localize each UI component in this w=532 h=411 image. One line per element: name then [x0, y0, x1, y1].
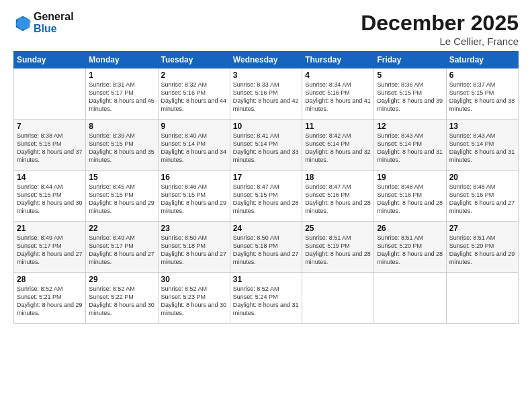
day-info: Sunrise: 8:47 AMSunset: 5:15 PMDaylight:…: [233, 183, 299, 216]
day-info: Sunrise: 8:51 AMSunset: 5:20 PMDaylight:…: [377, 234, 443, 267]
day-info: Sunrise: 8:34 AMSunset: 5:16 PMDaylight:…: [305, 81, 371, 113]
calendar-week-row: 21Sunrise: 8:49 AMSunset: 5:17 PMDayligh…: [14, 222, 519, 273]
day-number: 24: [233, 224, 299, 233]
day-number: 19: [377, 173, 443, 182]
weekday-header-cell: Sunday: [14, 52, 86, 68]
month-title: December 2025: [361, 11, 519, 36]
day-info: Sunrise: 8:38 AMSunset: 5:15 PMDaylight:…: [17, 132, 83, 165]
day-info: Sunrise: 8:43 AMSunset: 5:14 PMDaylight:…: [377, 132, 443, 165]
calendar-week-row: 14Sunrise: 8:44 AMSunset: 5:15 PMDayligh…: [14, 171, 519, 222]
calendar-day-cell: 30Sunrise: 8:52 AMSunset: 5:23 PMDayligh…: [158, 273, 230, 324]
calendar-day-cell: 27Sunrise: 8:51 AMSunset: 5:20 PMDayligh…: [446, 222, 518, 273]
calendar-day-cell: [446, 273, 518, 324]
day-number: 12: [377, 122, 443, 131]
location: Le Cellier, France: [361, 36, 519, 47]
day-info: Sunrise: 8:42 AMSunset: 5:14 PMDaylight:…: [305, 132, 371, 165]
day-info: Sunrise: 8:52 AMSunset: 5:23 PMDaylight:…: [161, 285, 227, 318]
day-number: 2: [161, 71, 227, 80]
day-number: 31: [233, 275, 299, 284]
day-number: 9: [161, 122, 227, 131]
calendar-day-cell: 21Sunrise: 8:49 AMSunset: 5:17 PMDayligh…: [14, 222, 86, 273]
day-info: Sunrise: 8:52 AMSunset: 5:22 PMDaylight:…: [89, 285, 154, 318]
calendar-day-cell: 24Sunrise: 8:50 AMSunset: 5:18 PMDayligh…: [230, 222, 302, 273]
day-info: Sunrise: 8:33 AMSunset: 5:16 PMDaylight:…: [233, 81, 299, 113]
calendar-day-cell: [302, 273, 374, 324]
calendar-day-cell: 8Sunrise: 8:39 AMSunset: 5:15 PMDaylight…: [86, 120, 158, 171]
calendar-day-cell: 2Sunrise: 8:32 AMSunset: 5:16 PMDaylight…: [158, 68, 230, 120]
weekday-header-cell: Tuesday: [158, 52, 230, 68]
calendar-day-cell: 16Sunrise: 8:46 AMSunset: 5:15 PMDayligh…: [158, 171, 230, 222]
calendar-day-cell: 25Sunrise: 8:51 AMSunset: 5:19 PMDayligh…: [302, 222, 374, 273]
calendar-day-cell: 19Sunrise: 8:48 AMSunset: 5:16 PMDayligh…: [374, 171, 446, 222]
calendar-week-row: 7Sunrise: 8:38 AMSunset: 5:15 PMDaylight…: [14, 120, 519, 171]
day-info: Sunrise: 8:36 AMSunset: 5:15 PMDaylight:…: [377, 81, 443, 113]
calendar-week-row: 1Sunrise: 8:31 AMSunset: 5:17 PMDaylight…: [14, 68, 519, 120]
calendar-day-cell: 14Sunrise: 8:44 AMSunset: 5:15 PMDayligh…: [14, 171, 86, 222]
calendar-day-cell: 5Sunrise: 8:36 AMSunset: 5:15 PMDaylight…: [374, 68, 446, 120]
calendar-day-cell: 1Sunrise: 8:31 AMSunset: 5:17 PMDaylight…: [86, 68, 158, 120]
weekday-header-row: SundayMondayTuesdayWednesdayThursdayFrid…: [14, 52, 519, 68]
day-number: 11: [305, 122, 371, 131]
day-number: 13: [449, 122, 515, 131]
calendar-day-cell: [14, 68, 86, 120]
weekday-header-cell: Thursday: [302, 52, 374, 68]
day-info: Sunrise: 8:32 AMSunset: 5:16 PMDaylight:…: [161, 81, 227, 113]
day-number: 22: [89, 224, 154, 233]
day-number: 18: [305, 173, 371, 182]
day-number: 28: [17, 275, 83, 284]
day-number: 14: [17, 173, 83, 182]
calendar-day-cell: 23Sunrise: 8:50 AMSunset: 5:18 PMDayligh…: [158, 222, 230, 273]
header: General Blue December 2025 Le Cellier, F…: [13, 11, 519, 47]
day-info: Sunrise: 8:51 AMSunset: 5:19 PMDaylight:…: [305, 234, 371, 267]
day-number: 4: [305, 71, 371, 80]
weekday-header-cell: Monday: [86, 52, 158, 68]
calendar-day-cell: 9Sunrise: 8:40 AMSunset: 5:14 PMDaylight…: [158, 120, 230, 171]
day-number: 21: [17, 224, 83, 233]
day-info: Sunrise: 8:40 AMSunset: 5:14 PMDaylight:…: [161, 132, 227, 165]
day-info: Sunrise: 8:51 AMSunset: 5:20 PMDaylight:…: [449, 234, 515, 267]
calendar-day-cell: 11Sunrise: 8:42 AMSunset: 5:14 PMDayligh…: [302, 120, 374, 171]
day-info: Sunrise: 8:50 AMSunset: 5:18 PMDaylight:…: [233, 234, 299, 267]
day-info: Sunrise: 8:47 AMSunset: 5:16 PMDaylight:…: [305, 183, 371, 216]
weekday-header-cell: Friday: [374, 52, 446, 68]
calendar-day-cell: 13Sunrise: 8:43 AMSunset: 5:14 PMDayligh…: [446, 120, 518, 171]
day-info: Sunrise: 8:44 AMSunset: 5:15 PMDaylight:…: [17, 183, 83, 216]
calendar-day-cell: 31Sunrise: 8:52 AMSunset: 5:24 PMDayligh…: [230, 273, 302, 324]
calendar-day-cell: 3Sunrise: 8:33 AMSunset: 5:16 PMDaylight…: [230, 68, 302, 120]
day-info: Sunrise: 8:39 AMSunset: 5:15 PMDaylight:…: [89, 132, 154, 165]
calendar-day-cell: 7Sunrise: 8:38 AMSunset: 5:15 PMDaylight…: [14, 120, 86, 171]
calendar-day-cell: 22Sunrise: 8:49 AMSunset: 5:17 PMDayligh…: [86, 222, 158, 273]
day-number: 10: [233, 122, 299, 131]
day-number: 6: [449, 71, 515, 80]
calendar-day-cell: 17Sunrise: 8:47 AMSunset: 5:15 PMDayligh…: [230, 171, 302, 222]
weekday-header-cell: Wednesday: [230, 52, 302, 68]
day-info: Sunrise: 8:48 AMSunset: 5:16 PMDaylight:…: [449, 183, 515, 216]
day-info: Sunrise: 8:31 AMSunset: 5:17 PMDaylight:…: [89, 81, 154, 113]
calendar-day-cell: 26Sunrise: 8:51 AMSunset: 5:20 PMDayligh…: [374, 222, 446, 273]
day-info: Sunrise: 8:43 AMSunset: 5:14 PMDaylight:…: [449, 132, 515, 165]
day-number: 15: [89, 173, 154, 182]
day-number: 5: [377, 71, 443, 80]
calendar-day-cell: [374, 273, 446, 324]
day-number: 7: [17, 122, 83, 131]
calendar-day-cell: 6Sunrise: 8:37 AMSunset: 5:15 PMDaylight…: [446, 68, 518, 120]
day-info: Sunrise: 8:41 AMSunset: 5:14 PMDaylight:…: [233, 132, 299, 165]
day-number: 8: [89, 122, 154, 131]
day-number: 25: [305, 224, 371, 233]
day-info: Sunrise: 8:49 AMSunset: 5:17 PMDaylight:…: [17, 234, 83, 267]
day-number: 16: [161, 173, 227, 182]
calendar-day-cell: 15Sunrise: 8:45 AMSunset: 5:15 PMDayligh…: [86, 171, 158, 222]
day-info: Sunrise: 8:37 AMSunset: 5:15 PMDaylight:…: [449, 81, 515, 113]
day-number: 30: [161, 275, 227, 284]
day-info: Sunrise: 8:45 AMSunset: 5:15 PMDaylight:…: [89, 183, 154, 216]
calendar-body: 1Sunrise: 8:31 AMSunset: 5:17 PMDaylight…: [14, 68, 519, 324]
calendar-day-cell: 12Sunrise: 8:43 AMSunset: 5:14 PMDayligh…: [374, 120, 446, 171]
calendar-day-cell: 18Sunrise: 8:47 AMSunset: 5:16 PMDayligh…: [302, 171, 374, 222]
day-number: 20: [449, 173, 515, 182]
page-container: General Blue December 2025 Le Cellier, F…: [0, 0, 532, 411]
calendar-day-cell: 10Sunrise: 8:41 AMSunset: 5:14 PMDayligh…: [230, 120, 302, 171]
calendar-week-row: 28Sunrise: 8:52 AMSunset: 5:21 PMDayligh…: [14, 273, 519, 324]
calendar-day-cell: 29Sunrise: 8:52 AMSunset: 5:22 PMDayligh…: [86, 273, 158, 324]
day-info: Sunrise: 8:50 AMSunset: 5:18 PMDaylight:…: [161, 234, 227, 267]
day-info: Sunrise: 8:46 AMSunset: 5:15 PMDaylight:…: [161, 183, 227, 216]
